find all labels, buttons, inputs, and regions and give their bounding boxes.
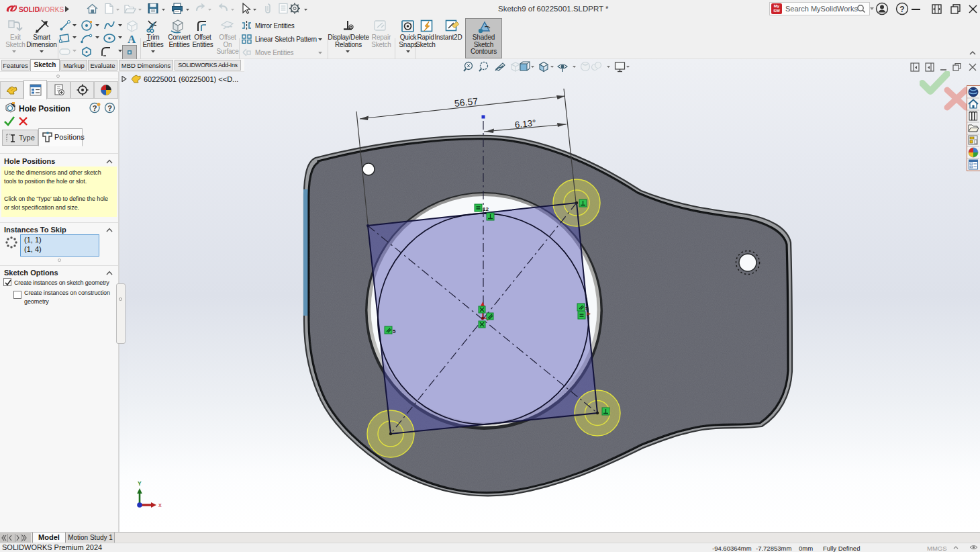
svg-text:1: 1: [587, 314, 590, 320]
svg-text:6.13°: 6.13°: [514, 118, 536, 130]
svg-text:?: ?: [107, 104, 112, 112]
svg-text:5: 5: [393, 328, 396, 334]
svg-text:5: 5: [585, 306, 589, 312]
svg-text:?: ?: [93, 104, 97, 112]
svg-text:12: 12: [483, 206, 489, 212]
svg-text:SOLID: SOLID: [19, 6, 40, 13]
svg-text:A: A: [128, 33, 136, 46]
svg-text:?: ?: [899, 5, 904, 14]
svg-text:Y: Y: [138, 480, 142, 487]
svg-text:x: x: [158, 502, 162, 508]
svg-text:56.57: 56.57: [454, 95, 479, 109]
svg-text:WORKS: WORKS: [38, 6, 64, 13]
